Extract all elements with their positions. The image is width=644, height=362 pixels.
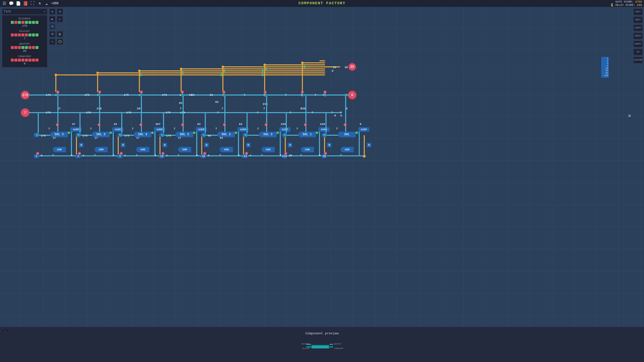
not-gate[interactable]: N — [367, 143, 371, 147]
value-readout: Divisor7 — [5, 30, 45, 40]
output-remainder[interactable]: 0 — [348, 91, 356, 99]
tick-selector[interactable]: Tick ▾ — [2, 9, 47, 15]
chat-icon[interactable]: 💬 — [9, 1, 14, 6]
not-gate[interactable]: N — [327, 143, 332, 147]
not-gate[interactable]: N — [163, 143, 167, 147]
and-gate[interactable]: AND — [178, 147, 191, 152]
bit-width-32bit[interactable]: 32BIT — [633, 33, 642, 39]
and-gate[interactable]: AND — [95, 147, 108, 152]
flask-icon[interactable]: ⚗ — [37, 1, 42, 6]
not-gate[interactable]: N — [246, 143, 251, 147]
not-gate[interactable]: N — [79, 143, 84, 147]
output-quotient[interactable]: 25 — [349, 63, 356, 70]
bit-width-64bit[interactable]: 64BIT — [633, 41, 642, 47]
component-preview-panel: ⌄ Component preview Divident Divisor Quo… — [0, 327, 644, 362]
top-bar: ☰ 💬 📄 📕 ⛶ ⚗ ☁ +255 COMPONENT FACTORY GAT… — [0, 0, 644, 7]
bit-weights-label: 1248163264128 — [601, 57, 609, 78]
input-divisor[interactable]: 7 — [21, 109, 29, 117]
cloud-icon[interactable]: ☁ — [44, 1, 49, 6]
and-gate[interactable]: AND — [341, 147, 354, 152]
color-button[interactable] — [57, 39, 63, 45]
shl-gate[interactable]: SHL 3 — [50, 132, 68, 137]
and-gate[interactable]: AND — [301, 147, 314, 152]
shl-gate[interactable]: SHL 2 — [92, 132, 110, 137]
input-dividend[interactable]: 175 — [21, 91, 29, 99]
sub8-gate[interactable]: sub8 — [358, 127, 369, 132]
preview-title: Component preview — [0, 332, 644, 335]
delete-button[interactable]: 🗑 — [57, 31, 63, 37]
play-button[interactable]: ▸ — [57, 16, 63, 22]
not-gate[interactable]: N — [121, 143, 125, 147]
wire-value: 29 — [333, 66, 336, 69]
shl-gate[interactable]: SHL 3 — [176, 132, 193, 137]
shl-gate[interactable]: SHL 1 — [298, 132, 316, 137]
value-readout: Quotent25 — [5, 42, 45, 53]
not-gate[interactable]: N — [204, 143, 209, 147]
bit-width-custom[interactable]: CUSTOM — [633, 57, 642, 63]
and-gate[interactable]: AND — [220, 147, 233, 152]
shl-gate[interactable]: SHL 3 — [217, 132, 235, 137]
equals-icon: = — [628, 114, 631, 119]
notify-badge: +255 — [51, 2, 59, 5]
file-icon[interactable]: 📄 — [16, 1, 21, 6]
zoom-in-button[interactable]: ⊕ — [57, 9, 63, 15]
canvas[interactable]: Tick ▾ Divident175Divisor7Quotent25remai… — [0, 7, 644, 327]
book-icon[interactable]: 📕 — [23, 1, 28, 6]
wire-value: 0 — [332, 69, 334, 72]
preview-collapse-button[interactable]: ⌄ — [2, 329, 9, 333]
app-title: COMPONENT FACTORY — [298, 1, 345, 6]
stop-button[interactable]: ■ — [49, 24, 55, 30]
wire-value: 35 — [344, 66, 348, 69]
bit-width-palette: 1BIT8BIT16BIT32BIT64BITIOCUSTOM — [633, 9, 642, 63]
preview-chip: Divident Divisor Quotent remainder — [302, 342, 342, 349]
not-gate[interactable]: N — [288, 143, 292, 147]
bit-width-1bit[interactable]: 1BIT — [633, 9, 642, 15]
and-gate[interactable]: AND — [262, 147, 275, 152]
tool-strip: ⊖ ⊕ ▶ ▸ ■ ⧉ 🗑 ✎ — [49, 9, 63, 45]
shl-gate[interactable]: SHL 4 — [134, 132, 151, 137]
menu-icon[interactable]: ☰ — [2, 1, 7, 6]
sub8-gate[interactable]: sub8 — [279, 127, 290, 132]
shl-gate[interactable]: SHL 3 — [259, 132, 277, 137]
shl-gate[interactable]: SHL — [338, 132, 356, 137]
select-button[interactable]: ⧉ — [49, 31, 55, 37]
and-gate[interactable]: AND — [136, 147, 149, 152]
score-readout: GATE SCORE: 2732 ⏳ DELAY SCORE: 232 — [610, 0, 642, 6]
value-readout: remainder0 — [5, 55, 45, 65]
bit-width-8bit[interactable]: 8BIT — [633, 17, 642, 23]
bit-width-io[interactable]: IO — [633, 49, 642, 55]
zoom-out-button[interactable]: ⊖ — [49, 9, 55, 15]
io-values-panel: Divident175Divisor7Quotent25remainder0 — [2, 15, 47, 67]
edit-button[interactable]: ✎ — [49, 39, 55, 45]
tree-icon[interactable]: ⛶ — [30, 1, 35, 6]
bit-width-16bit[interactable]: 16BIT — [633, 25, 642, 31]
and-gate[interactable]: AND — [53, 147, 66, 152]
step-button[interactable]: ▶ — [49, 16, 55, 22]
chevron-down-icon: ▾ — [44, 10, 46, 13]
sub8-gate[interactable]: sub8 — [318, 127, 330, 132]
value-readout: Divident175 — [5, 17, 45, 27]
